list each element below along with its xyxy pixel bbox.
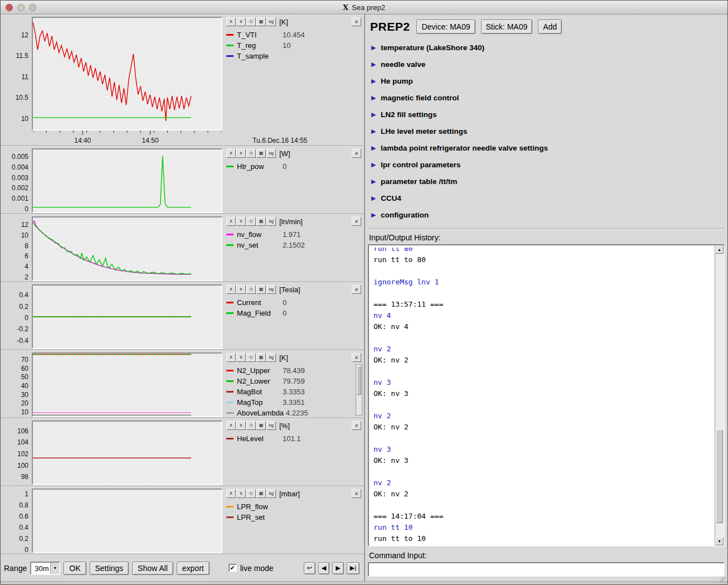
titlebar[interactable]: XSea prep2 xyxy=(1,1,727,14)
jump-latest-button[interactable]: ↩ xyxy=(304,562,316,574)
zoom-window-button[interactable]: ▦ xyxy=(256,353,266,362)
ok-button[interactable]: OK xyxy=(64,562,86,575)
scroll-back-button[interactable]: ◀ xyxy=(318,562,329,574)
y-tick-label: 0.8 xyxy=(19,502,28,509)
history-scrollbar[interactable]: ▲ ▼ xyxy=(715,245,724,545)
zoom-window-button[interactable]: ▦ xyxy=(256,17,266,26)
section-item-4[interactable]: ▶ LN2 fill settings xyxy=(371,106,725,123)
zoom-window-button[interactable]: ▦ xyxy=(256,149,266,158)
scrollbar-up-button[interactable]: ▲ xyxy=(715,245,724,254)
legend-scrollbar[interactable] xyxy=(356,364,362,415)
scroll-up-button[interactable]: ∧ xyxy=(226,217,236,226)
section-item-8[interactable]: ▶ parameter table /tt/tm xyxy=(371,173,725,190)
chart-close-button[interactable]: × xyxy=(352,149,361,158)
section-item-6[interactable]: ▶ lambda point refrigerator needle valve… xyxy=(371,139,725,156)
dropdown-arrow-icon[interactable]: ▼ xyxy=(50,563,59,574)
scroll-end-button[interactable]: ▶| xyxy=(347,562,360,574)
chart-plot-area[interactable] xyxy=(32,352,222,417)
scroll-down-button[interactable]: ∨ xyxy=(236,217,246,226)
chart-plot-area[interactable] xyxy=(32,17,222,130)
expand-arrow-icon[interactable]: ▶ xyxy=(371,144,381,152)
scrollbar-down-button[interactable]: ▼ xyxy=(715,537,724,545)
live-mode-checkbox[interactable]: ✔ xyxy=(229,564,237,572)
export-button[interactable]: export xyxy=(177,562,210,575)
section-item-3[interactable]: ▶ magnetic field control xyxy=(371,89,725,106)
scroll-up-button[interactable]: ∧ xyxy=(226,421,236,430)
minimize-window-button[interactable] xyxy=(17,4,25,11)
log-scale-button[interactable]: log xyxy=(266,285,276,294)
command-input[interactable] xyxy=(368,562,725,577)
chart-plot-area[interactable] xyxy=(32,284,222,349)
zoom-window-button[interactable] xyxy=(29,4,36,11)
zoom-fit-button[interactable]: ◇ xyxy=(246,489,256,498)
chart-close-button[interactable]: × xyxy=(352,421,361,430)
log-scale-button[interactable]: log xyxy=(266,421,276,430)
scrollbar-track[interactable] xyxy=(715,254,724,537)
expand-arrow-icon[interactable]: ▶ xyxy=(371,195,381,202)
section-item-5[interactable]: ▶ LHe level meter settings xyxy=(371,123,725,139)
scroll-down-button[interactable]: ∨ xyxy=(236,17,246,26)
scroll-down-button[interactable]: ∨ xyxy=(236,149,246,158)
log-scale-button[interactable]: log xyxy=(266,217,276,226)
show-all-button[interactable]: Show All xyxy=(132,562,173,575)
expand-arrow-icon[interactable]: ▶ xyxy=(371,178,381,185)
chart-close-button[interactable]: × xyxy=(352,285,361,294)
device-button[interactable]: Device: MA09 xyxy=(416,20,475,34)
zoom-window-button[interactable]: ▦ xyxy=(256,489,266,498)
expand-arrow-icon[interactable]: ▶ xyxy=(371,61,381,68)
scroll-up-button[interactable]: ∧ xyxy=(226,17,236,26)
zoom-fit-button[interactable]: ◇ xyxy=(246,149,256,158)
add-button[interactable]: Add xyxy=(538,20,562,34)
legend-scrollbar-thumb[interactable] xyxy=(357,366,361,395)
scroll-down-button[interactable]: ∨ xyxy=(236,489,246,498)
zoom-fit-button[interactable]: ◇ xyxy=(246,217,256,226)
expand-arrow-icon[interactable]: ▶ xyxy=(371,111,381,118)
scroll-up-button[interactable]: ∧ xyxy=(226,353,236,362)
log-scale-button[interactable]: log xyxy=(266,17,276,26)
zoom-fit-button[interactable]: ◇ xyxy=(246,421,256,430)
close-window-button[interactable] xyxy=(6,4,13,11)
chart-close-button[interactable]: × xyxy=(352,489,361,498)
expand-arrow-icon[interactable]: ▶ xyxy=(371,161,381,168)
expand-arrow-icon[interactable]: ▶ xyxy=(371,94,381,101)
zoom-fit-button[interactable]: ◇ xyxy=(246,353,256,362)
resize-grip[interactable] xyxy=(720,577,727,584)
section-item-10[interactable]: ▶ configuration xyxy=(371,206,725,223)
chart-plot-area[interactable] xyxy=(32,216,222,281)
log-scale-button[interactable]: log xyxy=(266,489,276,498)
chart-plot-area[interactable] xyxy=(32,148,222,213)
expand-arrow-icon[interactable]: ▶ xyxy=(371,78,381,85)
chart-close-button[interactable]: × xyxy=(352,217,361,226)
section-item-0[interactable]: ▶ temperature (LakeShore 340) xyxy=(371,39,725,56)
section-item-2[interactable]: ▶ He pump xyxy=(371,72,725,89)
chart-plot-area[interactable] xyxy=(32,489,222,553)
chart-close-button[interactable]: × xyxy=(352,17,361,26)
section-item-9[interactable]: ▶ CCU4 xyxy=(371,190,725,206)
chart-close-button[interactable]: × xyxy=(352,353,361,362)
scroll-down-button[interactable]: ∨ xyxy=(236,353,246,362)
section-item-7[interactable]: ▶ lpr control parameters xyxy=(371,156,725,173)
io-history-box[interactable]: run tt 80run tt to 80ignoreMsg lnv 1=== … xyxy=(368,244,725,547)
scroll-down-button[interactable]: ∨ xyxy=(236,421,246,430)
log-scale-button[interactable]: log xyxy=(266,353,276,362)
expand-arrow-icon[interactable]: ▶ xyxy=(371,44,381,51)
range-dropdown[interactable]: 30m ▼ xyxy=(30,562,60,575)
zoom-window-button[interactable]: ▦ xyxy=(256,217,266,226)
zoom-window-button[interactable]: ▦ xyxy=(256,285,266,294)
chart-plot-area[interactable] xyxy=(32,420,222,485)
zoom-window-button[interactable]: ▦ xyxy=(256,421,266,430)
log-scale-button[interactable]: log xyxy=(266,149,276,158)
section-item-1[interactable]: ▶ needle valve xyxy=(371,56,725,72)
settings-button[interactable]: Settings xyxy=(90,562,129,575)
scrollbar-thumb[interactable] xyxy=(716,429,723,523)
stick-button[interactable]: Stick: MA09 xyxy=(481,20,533,34)
scroll-up-button[interactable]: ∧ xyxy=(226,285,236,294)
scroll-up-button[interactable]: ∧ xyxy=(226,149,236,158)
scroll-forward-button[interactable]: ▶ xyxy=(332,562,343,574)
expand-arrow-icon[interactable]: ▶ xyxy=(371,211,381,219)
zoom-fit-button[interactable]: ◇ xyxy=(246,285,256,294)
scroll-up-button[interactable]: ∧ xyxy=(226,489,236,498)
scroll-down-button[interactable]: ∨ xyxy=(236,285,246,294)
zoom-fit-button[interactable]: ◇ xyxy=(246,17,256,26)
expand-arrow-icon[interactable]: ▶ xyxy=(371,128,381,135)
